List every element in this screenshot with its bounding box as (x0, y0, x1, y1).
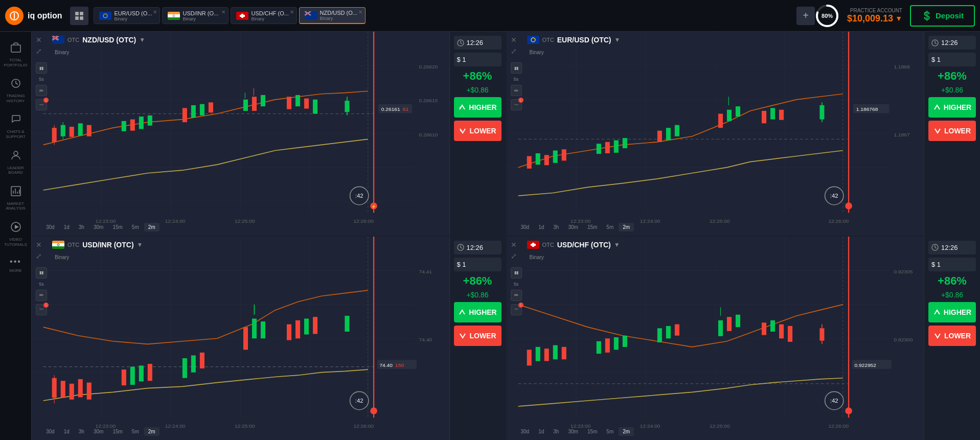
chart1-candle-tool[interactable]: ▮▮ (36, 62, 47, 74)
chart3-expand[interactable]: ⤢ (36, 252, 42, 260)
progress-ring[interactable]: 80% (815, 4, 839, 28)
tf-5m-chart4[interactable]: 5m (602, 427, 618, 436)
tab-close-usdinr[interactable]: ✕ (221, 9, 225, 15)
tf-3h-chart1[interactable]: 3h (75, 223, 88, 231)
trade-amount-usdchf[interactable]: $ 1 (928, 258, 976, 271)
svg-rect-204 (544, 349, 549, 361)
tf-30m-chart4[interactable]: 30m (564, 427, 582, 436)
chart2-dropdown[interactable]: ▼ (614, 36, 621, 43)
sidebar-item-more[interactable]: ••• MORE (0, 252, 31, 279)
tf-2m-chart4[interactable]: 2m (619, 427, 634, 436)
chart2-candle-tool[interactable]: ▮▮ (511, 62, 522, 74)
tf-15m-chart2[interactable]: 15m (583, 223, 601, 231)
chart-close-nzdusd[interactable]: ✕ (36, 36, 42, 44)
svg-rect-205 (553, 345, 557, 359)
tf-30m-chart1[interactable]: 30m (89, 223, 107, 231)
chart4-expand[interactable]: ⤢ (511, 252, 517, 260)
trade-time-usdinr: 12:26 (454, 241, 502, 254)
higher-button-nzdusd[interactable]: HIGHER (454, 97, 502, 118)
tf-2m-chart3[interactable]: 2m (144, 427, 159, 436)
tab-nzdusd[interactable]: ✕ NZD/USD (O... Binary (299, 7, 366, 24)
tf-15m-chart4[interactable]: 15m (583, 427, 601, 436)
chart4-pen-tool[interactable]: ✏ (511, 290, 522, 301)
lower-button-eurusd[interactable]: LOWER (928, 121, 976, 141)
higher-button-eurusd[interactable]: HIGHER (928, 97, 976, 118)
higher-button-usdinr[interactable]: HIGHER (454, 302, 502, 322)
chart3-pen-tool[interactable]: ✏ (36, 290, 47, 301)
sidebar-item-portfolio[interactable]: TOTALPORTFOLIO (0, 37, 31, 73)
chart1-indicator-tool[interactable]: 〰 1 (36, 99, 47, 110)
trade-panel-usdchf: 12:26 $ 1 +86% +$0.86 HIGHER LOWER (924, 237, 980, 441)
add-chart-button[interactable]: + (796, 7, 815, 25)
tab-usdinr[interactable]: ✕ USD/INR (O... Binary (162, 7, 229, 24)
chart4-dropdown[interactable]: ▼ (614, 241, 620, 248)
svg-rect-3 (80, 12, 83, 15)
tf-30m-chart2[interactable]: 30m (564, 223, 582, 231)
sidebar-item-leaderboard[interactable]: LEADERBOARD (0, 145, 31, 180)
chart3-indicator-tool[interactable]: 〰 1 (36, 304, 47, 315)
chart2-indicator-tool[interactable]: 〰 1 (511, 99, 522, 110)
chart-panel-nzdusd: ✕ OTC NZD/USD (OTC) ▼ (32, 32, 506, 236)
tf-15m-chart1[interactable]: 15m (108, 223, 126, 231)
trade-amount-eurusd[interactable]: $ 1 (928, 53, 976, 66)
tf-30d-chart1[interactable]: 30d (42, 223, 59, 231)
tf-2m-chart1[interactable]: 2m (144, 223, 159, 231)
sidebar-item-chats[interactable]: CHATS &SUPPORT (0, 108, 31, 144)
chart4-indicator-tool[interactable]: 〰 1 (511, 304, 522, 315)
trade-amount-nzdusd[interactable]: $ 1 (454, 53, 502, 66)
tab-close-nzdusd[interactable]: ✕ (358, 9, 362, 15)
sidebar-item-tutorials[interactable]: VIDEOTUTORIALS (0, 216, 31, 252)
tab-usdchf[interactable]: ✕ USD/CHF (O... Binary (231, 7, 297, 24)
tf-3h-chart2[interactable]: 3h (549, 223, 563, 231)
deposit-button[interactable]: 💲 Deposit (910, 5, 975, 27)
chats-icon (10, 113, 21, 127)
tab-close-eurusd[interactable]: ✕ (153, 9, 157, 15)
tf-5m-chart1[interactable]: 5m (128, 223, 143, 231)
chart2-pair: EUR/USD (OTC) (557, 36, 611, 44)
chart3-candle-tool[interactable]: ▮▮ (36, 267, 47, 279)
sidebar-item-analysis[interactable]: MARKETANALYSIS (0, 180, 31, 216)
higher-button-usdchf[interactable]: HIGHER (928, 302, 976, 322)
tf-1d-chart3[interactable]: 1d (60, 427, 74, 436)
chart2-pen-tool[interactable]: ✏ (511, 85, 522, 96)
tab-close-usdchf[interactable]: ✕ (290, 9, 294, 15)
tf-2m-chart2[interactable]: 2m (619, 223, 634, 231)
svg-rect-93 (527, 36, 539, 44)
tf-30d-chart2[interactable]: 30d (517, 223, 534, 231)
tf-1d-chart1[interactable]: 1d (60, 223, 74, 231)
svg-text:12:24:00: 12:24:00 (640, 218, 660, 224)
svg-text:0.26161: 0.26161 (381, 106, 400, 112)
chart-close-usdinr[interactable]: ✕ (36, 241, 42, 249)
grid-view-button[interactable] (70, 7, 88, 25)
sidebar-item-history[interactable]: TRADINGHISTORY (0, 73, 31, 108)
svg-rect-112 (613, 141, 618, 153)
chart-close-eurusd[interactable]: ✕ (511, 36, 517, 44)
svg-rect-214 (718, 320, 722, 336)
tab-eurusd[interactable]: ✕ EUR/USD (O... Binary (94, 7, 160, 24)
chart1-dropdown[interactable]: ▼ (139, 36, 145, 43)
chart2-expand[interactable]: ⤢ (511, 47, 517, 55)
tf-3h-chart3[interactable]: 3h (75, 427, 88, 436)
tf-15m-chart3[interactable]: 15m (108, 427, 126, 436)
chart1-otc-badge: OTC (67, 37, 79, 43)
tf-5m-chart3[interactable]: 5m (128, 427, 143, 436)
tf-30d-chart4[interactable]: 30d (517, 427, 534, 436)
svg-rect-206 (561, 346, 566, 359)
tf-30m-chart3[interactable]: 30m (89, 427, 107, 436)
chart1-expand[interactable]: ⤢ (36, 47, 42, 55)
tf-5m-chart2[interactable]: 5m (602, 223, 618, 231)
tf-3h-chart4[interactable]: 3h (549, 427, 563, 436)
tf-30d-chart3[interactable]: 30d (42, 427, 59, 436)
lower-button-nzdusd[interactable]: LOWER (454, 121, 502, 141)
svg-rect-191 (531, 244, 536, 246)
tf-1d-chart4[interactable]: 1d (534, 427, 548, 436)
trade-amount-usdinr[interactable]: $ 1 (454, 258, 502, 271)
account-dropdown[interactable]: PRACTICE ACCOUNT $10,009.13 ▼ (847, 8, 902, 24)
chart3-dropdown[interactable]: ▼ (137, 241, 143, 248)
chart4-candle-tool[interactable]: ▮▮ (511, 267, 522, 279)
chart-close-usdchf[interactable]: ✕ (511, 241, 517, 249)
lower-button-usdinr[interactable]: LOWER (454, 326, 502, 346)
tf-1d-chart2[interactable]: 1d (534, 223, 548, 231)
lower-button-usdchf[interactable]: LOWER (928, 326, 976, 346)
chart1-pen-tool[interactable]: ✏ (36, 85, 47, 96)
